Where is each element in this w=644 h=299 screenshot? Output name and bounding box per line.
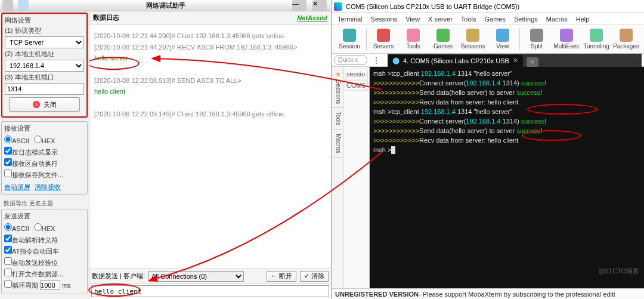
net-assist-window: 网络调试助手 — ✕ 网络设置 (1) 协议类型 TCP Server (2) …: [0, 0, 332, 299]
log-panel: 数据日志 NetAssist [2020-10-08 12:21:44.200]…: [89, 11, 331, 299]
protocol-select[interactable]: TCP Server: [5, 36, 84, 48]
toolbar-servers-button[interactable]: Servers: [369, 29, 398, 50]
at-cr-check[interactable]: AT指令自动回车: [4, 246, 85, 256]
log-title: 数据日志: [93, 13, 119, 22]
tab-com5[interactable]: ⬤ 4. COM5 (Silicon Labs CP210x USB ✕: [388, 55, 523, 67]
export-label: 数据导出 更名主题: [1, 198, 88, 209]
session-item[interactable]: COM5: [345, 80, 368, 91]
cycle-input[interactable]: [40, 280, 60, 290]
footer-text: - Please support MobaXterm by subscribin…: [419, 291, 615, 298]
more-icon[interactable]: ⋮: [370, 56, 383, 65]
clear-recv-link[interactable]: 清除接收: [35, 183, 61, 192]
minimize-icon[interactable]: —: [292, 0, 306, 11]
auto-wrap-check[interactable]: 接收区自动换行: [4, 158, 85, 168]
log-line: [2020-10-08 12:22:08.913]# SEND ASCII TO…: [94, 75, 326, 87]
toolbar-multiexec-button[interactable]: MultiExec: [552, 29, 581, 50]
session-tabs: ⬤ 4. COM5 (Silicon Labs CP210x USB ✕ ＋: [388, 54, 642, 67]
log-line: [2020-10-08 12:21:44.200]# Client 192.16…: [94, 30, 326, 42]
toolbar-view-button[interactable]: View: [488, 29, 517, 50]
term-line: >>>>>>>>>>>>Connect server(192.168.1.4 1…: [373, 117, 640, 127]
toolbar-tunneling-button[interactable]: Tunneling: [582, 29, 611, 50]
send-hex-radio[interactable]: HEX: [34, 223, 55, 232]
toolbar-games-button[interactable]: Games: [429, 29, 457, 50]
tunneling-icon: [590, 29, 603, 42]
term-line: msh >tcp_client 192.168.1.4 1314 "hello …: [373, 69, 640, 79]
port-input[interactable]: [5, 83, 84, 95]
netassist-link[interactable]: NetAssist: [297, 14, 327, 21]
quick-connect-input[interactable]: [334, 55, 367, 65]
log-line: [94, 97, 326, 109]
log-line: [2020-10-08 12:22:09.149]# Client 192.16…: [94, 109, 326, 120]
com-title: COM5 (Silicon Labs CP210x USB to UART Br…: [346, 3, 519, 10]
close-icon[interactable]: ✕: [312, 0, 327, 11]
games-icon: [436, 29, 450, 42]
save-file-check[interactable]: 接收保存到文件...: [4, 169, 85, 180]
view-icon: [496, 29, 509, 42]
term-line: >>>>>>>>>>>>Connect server(192.168.1.4 1…: [373, 79, 640, 88]
menu-bar: TerminalSessionsViewX serverToolsGamesSe…: [332, 13, 644, 25]
menu-x server[interactable]: X server: [428, 16, 453, 23]
new-tab-button[interactable]: ＋: [527, 57, 538, 67]
menu-terminal[interactable]: Terminal: [338, 16, 363, 23]
term-line: >>>>>>>>>>>>Recv data from server: hello…: [373, 98, 640, 107]
close-connection-button[interactable]: 关闭: [9, 97, 80, 112]
toolbar-packages-button[interactable]: Packages: [612, 29, 640, 50]
servers-icon: [377, 29, 390, 42]
checksum-check[interactable]: 自动发送校验位: [4, 257, 85, 267]
menu-sessions[interactable]: Sessions: [371, 16, 398, 23]
toolbar-split-button[interactable]: Split: [522, 29, 551, 50]
network-settings-group: 网络设置 (1) 协议类型 TCP Server (2) 本地主机地址 192.…: [1, 13, 88, 118]
send-ascii-radio[interactable]: ASCII: [4, 223, 29, 232]
watermark: @51CTO博客: [599, 267, 639, 276]
sidetab-sessions[interactable]: ★ Sessions: [332, 67, 343, 108]
terminal-output[interactable]: msh >tcp_client 192.168.1.4 1314 "hello …: [370, 67, 644, 288]
session-panel: sessioCOM5: [343, 67, 370, 288]
sidetab-tools[interactable]: Tools: [332, 108, 343, 130]
menu-view[interactable]: View: [405, 16, 420, 23]
log-header: 数据日志 NetAssist: [89, 11, 331, 24]
menu-settings[interactable]: Settings: [514, 16, 538, 23]
multiexec-icon: [560, 29, 573, 42]
app-icon: [2, 0, 13, 11]
host-select[interactable]: 192.168.1.4: [5, 60, 84, 72]
clear-send-button[interactable]: ✓ 清除: [300, 271, 329, 282]
autoscroll-link[interactable]: 自动滚屏: [4, 183, 30, 192]
log-line: [2020-10-08 12:21:44.207]# RECV ASCII FR…: [94, 42, 326, 53]
toolbar-icon[interactable]: [18, 0, 29, 11]
menu-tools[interactable]: Tools: [461, 16, 476, 23]
term-line: >>>>>>>>>>>>Send data(hello server) to s…: [373, 88, 640, 98]
escape-check[interactable]: 自动解析转义符: [4, 235, 85, 245]
toolbar-sessions-button[interactable]: Sessions: [459, 29, 487, 50]
log-line: hello client: [94, 86, 326, 97]
menu-macros[interactable]: Macros: [546, 16, 568, 23]
tab-close-icon[interactable]: ✕: [513, 57, 518, 64]
log-mode-check[interactable]: 按日志模式显示: [4, 147, 85, 157]
sidetab-macros[interactable]: Macros: [332, 130, 343, 158]
cursor: [391, 146, 395, 154]
mobaxterm-window: COM5 (Silicon Labs CP210x USB to UART Br…: [332, 0, 644, 299]
disconnect-button[interactable]: ← 断开: [267, 271, 296, 282]
log-output[interactable]: [2020-10-08 12:21:44.200]# Client 192.16…: [89, 24, 331, 269]
net-assist-titlebar[interactable]: 网络调试助手 — ✕: [0, 0, 331, 11]
window-title: 网络调试助手: [146, 1, 185, 10]
hex-radio[interactable]: HEX: [34, 135, 55, 144]
term-line: >>>>>>>>>>>>Recv data from server: hello…: [373, 136, 640, 146]
settings-sidebar: 网络设置 (1) 协议类型 TCP Server (2) 本地主机地址 192.…: [0, 11, 89, 299]
toolbar-session-button[interactable]: Session: [335, 29, 364, 50]
menu-help[interactable]: Help: [576, 16, 590, 23]
mobaxterm-titlebar[interactable]: COM5 (Silicon Labs CP210x USB to UART Br…: [332, 0, 644, 13]
annotation-circle: [522, 130, 581, 141]
work-area: ★ SessionsToolsMacros sessioCOM5 msh >tc…: [332, 67, 644, 288]
menu-games[interactable]: Games: [485, 16, 506, 23]
toolbar-tools-button[interactable]: Tools: [399, 29, 428, 50]
session-icon: [343, 29, 356, 42]
mobaxterm-icon: [334, 2, 342, 11]
cycle-check[interactable]: 循环周期 ms: [4, 280, 85, 290]
session-item[interactable]: sessio: [345, 69, 368, 79]
file-source-check[interactable]: 打开文件数据源...: [4, 269, 85, 279]
connection-select[interactable]: All Connections (0): [148, 271, 244, 282]
ascii-radio[interactable]: ASCII: [4, 135, 29, 144]
network-group-title: 网络设置: [5, 16, 84, 25]
port-label: (3) 本地主机端口: [5, 73, 84, 82]
term-line: >>>>>>>>>>>>Send data(hello server) to s…: [373, 127, 640, 136]
